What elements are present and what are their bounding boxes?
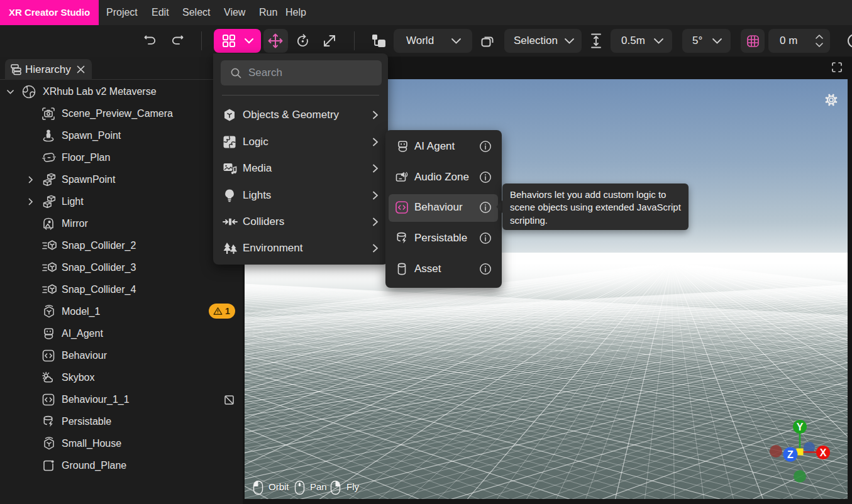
svg-text:Y: Y [797,422,804,432]
svg-text:Z: Z [787,449,794,460]
svg-text:X: X [820,447,827,458]
